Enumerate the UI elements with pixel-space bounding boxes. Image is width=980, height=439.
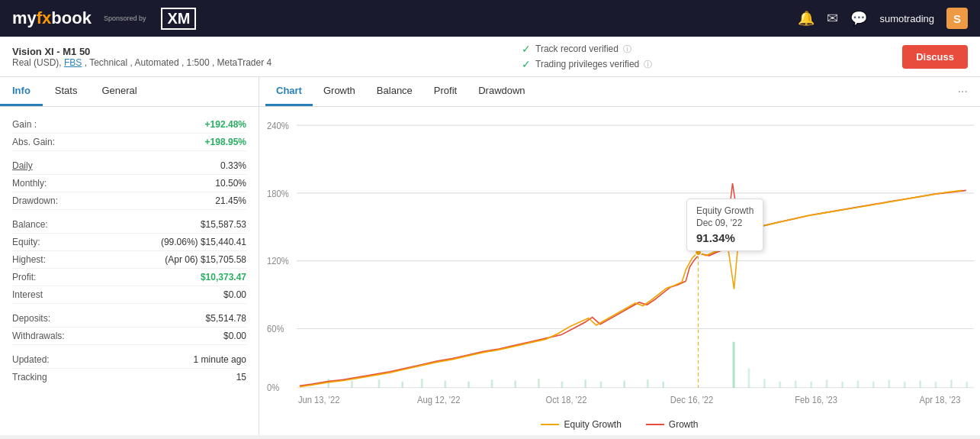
chart-tab-chart[interactable]: Chart (265, 77, 313, 106)
avatar-button[interactable]: S (946, 8, 968, 29)
right-panel: Chart Growth Balance Profit Drawdown ···… (259, 77, 980, 435)
value-equity: (99.06%) $15,440.41 (161, 237, 246, 247)
svg-rect-36 (795, 380, 796, 387)
value-monthly: 10.50% (215, 178, 246, 189)
label-deposits: Deposits: (12, 313, 50, 324)
svg-rect-37 (811, 382, 812, 388)
info-icon-track[interactable]: ⓘ (623, 44, 631, 55)
sponsored-label: Sponsored by (104, 15, 146, 22)
svg-rect-39 (841, 382, 843, 388)
value-daily: 0.33% (220, 160, 246, 171)
svg-rect-22 (468, 382, 469, 388)
value-updated: 1 minute ago (194, 354, 246, 365)
svg-rect-23 (491, 379, 493, 387)
header: myfxbook Sponsored by XM 🔔 ✉ 💬 sumotradi… (0, 0, 980, 37)
label-monthly: Monthly: (12, 178, 47, 189)
info-row-gain: Gain : +192.48% (12, 116, 246, 134)
info-content: Gain : +192.48% Abs. Gain: +198.95% Dail… (0, 107, 259, 395)
info-row-daily: Daily 0.33% (12, 157, 246, 175)
logo: myfxbook (12, 8, 92, 28)
check-icon-track: ✓ (522, 43, 531, 55)
svg-rect-19 (402, 382, 403, 388)
legend-growth-label: Growth (669, 419, 699, 430)
svg-rect-42 (888, 379, 890, 387)
label-tracking: Tracking (12, 372, 47, 383)
info-row-deposits: Deposits: $5,514.78 (12, 310, 246, 328)
label-interest: Interest (12, 289, 43, 300)
chart-svg: .grid-line { stroke: #e0e0e0; stroke-wid… (265, 113, 974, 412)
left-tabs-bar: Info Stats General (0, 77, 259, 107)
mail-icon[interactable]: ✉ (827, 10, 838, 27)
info-row-equity: Equity: (99.06%) $15,440.41 (12, 234, 246, 251)
username-label: sumotrading (879, 13, 934, 24)
chart-tabs-bar: Chart Growth Balance Profit Drawdown ··· (259, 77, 980, 107)
svg-rect-27 (585, 379, 586, 387)
svg-rect-47 (966, 382, 968, 388)
chart-tab-drawdown[interactable]: Drawdown (468, 77, 535, 106)
svg-text:Dec 16, '22: Dec 16, '22 (670, 395, 714, 406)
label-balance: Balance: (12, 219, 48, 230)
svg-rect-29 (624, 380, 625, 387)
svg-rect-28 (600, 382, 602, 388)
legend-yellow-line (541, 424, 559, 425)
value-tracking: 15 (236, 372, 246, 383)
svg-rect-46 (950, 379, 952, 387)
svg-rect-44 (920, 380, 921, 387)
fbs-link[interactable]: FBS (64, 57, 82, 68)
info-row-monthly: Monthly: 10.50% (12, 175, 246, 192)
svg-text:Oct 18, '22: Oct 18, '22 (546, 395, 587, 406)
tab-info[interactable]: Info (0, 77, 43, 106)
label-profit: Profit: (12, 272, 36, 282)
legend-equity-growth: Equity Growth (541, 419, 621, 430)
left-panel: Info Stats General Gain : +192.48% Abs. … (0, 77, 259, 435)
svg-rect-21 (445, 380, 446, 387)
equity-growth-line (300, 190, 962, 386)
svg-rect-25 (538, 379, 539, 388)
discuss-button[interactable]: Discuss (902, 45, 968, 69)
label-gain: Gain : (12, 119, 37, 130)
header-left: myfxbook Sponsored by XM (12, 8, 196, 30)
svg-rect-18 (378, 379, 380, 387)
label-updated: Updated: (12, 354, 50, 365)
svg-rect-33 (748, 368, 750, 387)
trading-privileges-verified: ✓ Trading privileges verified ⓘ (522, 58, 652, 70)
svg-rect-26 (561, 382, 563, 388)
svg-text:Aug 12, '22: Aug 12, '22 (417, 395, 461, 406)
chart-legend: Equity Growth Growth (265, 415, 974, 434)
tab-general[interactable]: General (89, 77, 149, 106)
chat-icon[interactable]: 💬 (850, 10, 867, 27)
info-icon-trading[interactable]: ⓘ (644, 59, 652, 70)
svg-text:180%: 180% (267, 188, 289, 199)
svg-rect-41 (872, 382, 874, 388)
info-row-abs-gain: Abs. Gain: +198.95% (12, 134, 246, 151)
label-daily[interactable]: Daily (12, 160, 33, 171)
info-row-withdrawals: Withdrawals: $0.00 (12, 328, 246, 345)
label-equity: Equity: (12, 237, 40, 247)
legend-equity-label: Equity Growth (564, 419, 621, 430)
info-row-balance: Balance: $15,587.53 (12, 216, 246, 234)
svg-rect-16 (328, 379, 329, 388)
label-abs-gain: Abs. Gain: (12, 137, 55, 147)
svg-rect-20 (421, 379, 423, 388)
svg-text:240%: 240% (267, 120, 289, 131)
svg-rect-31 (663, 382, 664, 388)
chart-area: Equity Growth Dec 09, '22 91.34% .grid-l… (259, 107, 980, 435)
tooltip-dot (696, 249, 702, 256)
legend-growth: Growth (646, 419, 699, 430)
value-abs-gain: +198.95% (205, 137, 246, 147)
label-drawdown: Drawdown: (12, 195, 58, 206)
value-balance: $15,587.53 (201, 219, 246, 230)
bell-icon[interactable]: 🔔 (798, 10, 815, 27)
info-row-tracking: Tracking 15 (12, 369, 246, 386)
chart-tab-growth[interactable]: Growth (313, 77, 366, 106)
account-info: Vision XI - M1 50 Real (USD), FBS , Tech… (12, 46, 272, 68)
label-withdrawals: Withdrawals: (12, 331, 65, 341)
info-row-profit: Profit: $10,373.47 (12, 269, 246, 286)
tab-stats[interactable]: Stats (43, 77, 90, 106)
svg-rect-30 (647, 379, 648, 387)
xm-logo: XM (161, 8, 196, 30)
chart-more-icon[interactable]: ··· (952, 79, 974, 105)
chart-tab-profit[interactable]: Profit (423, 77, 468, 106)
header-right: 🔔 ✉ 💬 sumotrading S (798, 8, 968, 29)
chart-tab-balance[interactable]: Balance (366, 77, 423, 106)
